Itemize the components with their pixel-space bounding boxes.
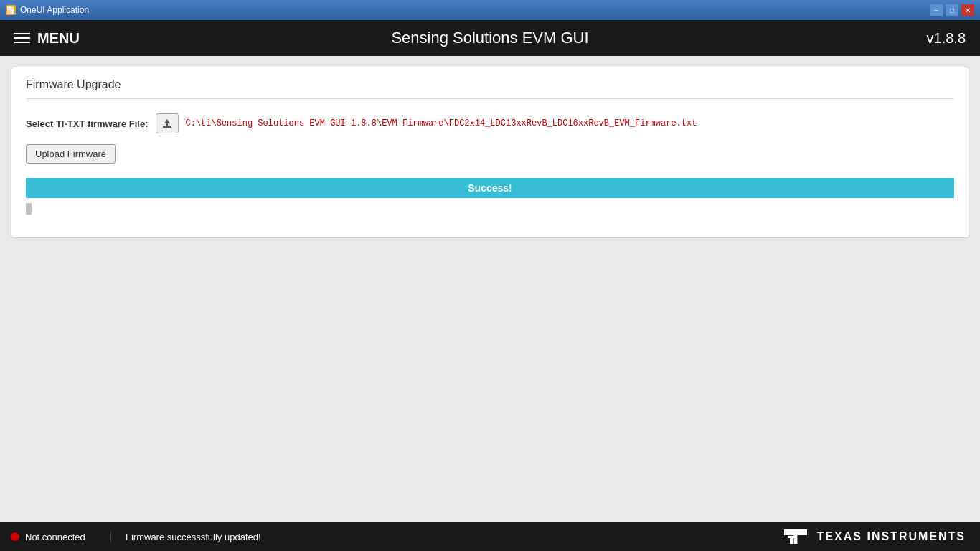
title-bar-left: OneUI Application	[6, 5, 89, 15]
file-select-prefix: Select	[26, 118, 56, 129]
upload-icon	[161, 118, 173, 129]
svg-rect-8	[788, 536, 795, 538]
firmware-status-message: Firmware successsfully updated!	[111, 532, 767, 542]
menu-button[interactable]: MENU	[14, 30, 80, 47]
file-path: C:\ti\Sensing Solutions EVM GUI-1.8.8\EV…	[186, 118, 955, 128]
minimize-button[interactable]: −	[930, 4, 943, 16]
progress-bar-fill: Success!	[26, 178, 954, 198]
file-browse-button[interactable]	[156, 113, 179, 133]
maximize-button[interactable]: □	[946, 4, 958, 16]
file-select-row: Select TI-TXT firmware File: C:\ti\Sensi…	[26, 113, 954, 133]
progress-label: Success!	[468, 182, 512, 194]
file-select-label: Select TI-TXT firmware File:	[26, 118, 149, 129]
window-controls: − □ ✕	[930, 4, 974, 16]
status-left: Not connected	[0, 532, 111, 542]
hamburger-icon	[14, 33, 30, 43]
ti-logo-svg	[781, 527, 810, 547]
progress-indicator	[26, 202, 954, 216]
ti-branding: ■ Texas TEXAS INSTRUMENTS	[767, 527, 980, 547]
connection-status-text: Not connected	[25, 532, 85, 542]
app-header: MENU Sensing Solutions EVM GUI v1.8.8	[0, 20, 980, 56]
version-label: v1.8.8	[927, 30, 966, 47]
ti-logo	[781, 527, 810, 547]
hamburger-line-1	[14, 33, 30, 34]
svg-rect-0	[7, 6, 11, 10]
menu-label: MENU	[37, 30, 80, 47]
upload-firmware-button[interactable]: Upload Firmware	[26, 144, 116, 164]
file-select-bold: TI-TXT firmware File:	[56, 118, 149, 129]
title-bar: OneUI Application − □ ✕	[0, 0, 980, 20]
svg-rect-2	[7, 10, 11, 14]
app-title: Sensing Solutions EVM GUI	[391, 29, 588, 47]
app-icon	[6, 5, 16, 15]
progress-container: Success!	[26, 178, 954, 216]
hamburger-line-2	[14, 37, 30, 39]
ti-brand-text: TEXAS INSTRUMENTS	[817, 530, 966, 543]
firmware-panel: Firmware Upgrade Select TI-TXT firmware …	[11, 67, 969, 238]
main-content: Firmware Upgrade Select TI-TXT firmware …	[0, 56, 980, 522]
hamburger-line-3	[14, 42, 30, 43]
panel-title: Firmware Upgrade	[26, 78, 954, 99]
svg-rect-1	[11, 6, 14, 10]
progress-bar-wrapper: Success!	[26, 178, 954, 198]
svg-marker-5	[164, 119, 170, 126]
app-title-bar: OneUI Application	[20, 5, 89, 15]
progress-tick	[26, 203, 32, 215]
close-button[interactable]: ✕	[961, 4, 974, 16]
connection-status-dot	[11, 532, 19, 541]
svg-rect-4	[163, 126, 171, 128]
status-bar: Not connected Firmware successsfully upd…	[0, 522, 980, 551]
svg-rect-3	[11, 10, 14, 14]
